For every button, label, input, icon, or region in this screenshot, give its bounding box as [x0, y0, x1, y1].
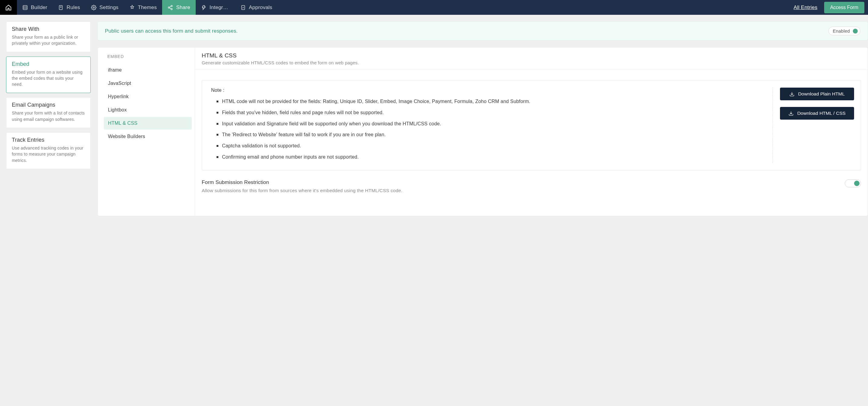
restriction-toggle[interactable]	[845, 179, 861, 187]
access-status-text: Public users can access this form and su…	[105, 28, 238, 34]
svg-line-10	[170, 6, 171, 7]
tab-approvals[interactable]: Approvals	[235, 0, 278, 15]
tab-label: Themes	[138, 4, 157, 10]
note-item: HTML code will not be provided for the f…	[222, 96, 766, 107]
download-html-css-button[interactable]: Download HTML / CSS	[780, 107, 854, 120]
embed-content-card: EMBED iframe JavaScript Hyperlink Lightb…	[97, 47, 868, 216]
restriction-text: Form Submission Restriction Allow submis…	[202, 179, 833, 193]
tab-label: Rules	[66, 4, 80, 10]
status-dot-icon	[853, 29, 858, 34]
access-status-label: Enabled	[833, 28, 850, 34]
access-form-button[interactable]: Access Form	[824, 2, 864, 13]
download-label: Download HTML / CSS	[797, 110, 846, 116]
detail-header: HTML & CSS Generate customizable HTML/CS…	[195, 47, 868, 70]
note-item: Captcha validation is not supported.	[222, 140, 766, 151]
sidebar-card-email-campaigns[interactable]: Email Campaigns Share your form with a l…	[6, 97, 91, 128]
note-box: Note : HTML code will not be provided fo…	[202, 80, 861, 170]
sidebar-card-desc: Use advanced tracking codes in your form…	[12, 145, 85, 163]
sidebar-card-desc: Share your form with a list of contacts …	[12, 110, 85, 122]
sidebar-card-title: Email Campaigns	[12, 102, 85, 108]
subnav-item-html-css[interactable]: HTML & CSS	[104, 117, 192, 130]
subnav-item-website-builders[interactable]: Website Builders	[104, 130, 192, 143]
tab-share[interactable]: Share	[162, 0, 195, 15]
nav-right: All Entries Access Form	[790, 0, 868, 15]
rules-icon	[58, 5, 63, 10]
nav-tabs: Builder Rules Settings Themes Share Inte…	[17, 0, 790, 15]
svg-line-11	[170, 8, 171, 9]
tab-label: Builder	[31, 4, 47, 10]
access-status-bar: Public users can access this form and su…	[97, 22, 868, 40]
embed-subnav: EMBED iframe JavaScript Hyperlink Lightb…	[98, 47, 195, 216]
tab-label: Settings	[99, 4, 119, 10]
svg-rect-0	[23, 5, 27, 10]
download-label: Download Plain HTML	[798, 91, 845, 97]
tab-themes[interactable]: Themes	[124, 0, 162, 15]
download-actions: Download Plain HTML Download HTML / CSS	[772, 88, 854, 163]
svg-point-6	[93, 7, 95, 8]
embed-detail: HTML & CSS Generate customizable HTML/CS…	[195, 47, 868, 216]
detail-title: HTML & CSS	[202, 52, 861, 59]
sidebar-card-desc: Embed your form on a website using the e…	[12, 69, 85, 88]
note-item: Confirming email and phone number inputs…	[222, 151, 766, 163]
page-body: Share With Share your form as a public l…	[0, 15, 868, 216]
restriction-title: Form Submission Restriction	[202, 179, 833, 185]
approvals-icon	[241, 5, 246, 10]
access-status-pill[interactable]: Enabled	[828, 27, 861, 35]
subnav-item-iframe[interactable]: iframe	[104, 64, 192, 76]
embed-subnav-header: EMBED	[107, 54, 192, 59]
sidebar-card-title: Track Entries	[12, 137, 85, 143]
home-button[interactable]	[0, 0, 17, 15]
sidebar-card-share-with[interactable]: Share With Share your form as a public l…	[6, 22, 91, 52]
all-entries-link[interactable]: All Entries	[794, 4, 817, 10]
note-label: Note :	[211, 88, 766, 93]
detail-subtitle: Generate customizable HTML/CSS codes to …	[202, 60, 861, 65]
subnav-item-hyperlink[interactable]: Hyperlink	[104, 90, 192, 103]
svg-point-7	[171, 5, 173, 7]
share-sidebar: Share With Share your form as a public l…	[6, 22, 91, 169]
svg-point-9	[171, 8, 173, 10]
download-plain-html-button[interactable]: Download Plain HTML	[780, 88, 854, 100]
download-icon	[788, 111, 794, 116]
form-submission-restriction: Form Submission Restriction Allow submis…	[202, 179, 861, 193]
settings-icon	[91, 5, 96, 10]
svg-point-8	[168, 7, 170, 8]
home-icon	[5, 4, 12, 11]
tab-builder[interactable]: Builder	[17, 0, 53, 15]
builder-icon	[22, 5, 28, 10]
subnav-item-lightbox[interactable]: Lightbox	[104, 104, 192, 116]
sidebar-card-desc: Share your form as a public link or priv…	[12, 34, 85, 46]
sidebar-card-title: Share With	[12, 26, 85, 32]
main-area: Public users can access this form and su…	[97, 22, 868, 216]
tab-integrations[interactable]: Integrati...	[196, 0, 235, 15]
tab-label: Integrati...	[210, 4, 229, 10]
subnav-item-javascript[interactable]: JavaScript	[104, 77, 192, 90]
tab-label: Approvals	[249, 4, 272, 10]
note-item: Input validation and Signature field wil…	[222, 119, 766, 130]
top-nav: Builder Rules Settings Themes Share Inte…	[0, 0, 868, 15]
toggle-knob-icon	[854, 181, 860, 186]
detail-body: Note : HTML code will not be provided fo…	[195, 70, 868, 200]
note-content: Note : HTML code will not be provided fo…	[211, 88, 766, 163]
tab-settings[interactable]: Settings	[86, 0, 124, 15]
sidebar-card-track-entries[interactable]: Track Entries Use advanced tracking code…	[6, 132, 91, 169]
tab-label: Share	[176, 4, 190, 10]
note-item: Fields that you've hidden, field rules a…	[222, 107, 766, 119]
sidebar-card-embed[interactable]: Embed Embed your form on a website using…	[6, 57, 91, 93]
note-list: HTML code will not be provided for the f…	[211, 96, 766, 163]
note-item: The 'Redirect to Website' feature will f…	[222, 129, 766, 140]
themes-icon	[129, 5, 135, 10]
sidebar-card-title: Embed	[12, 61, 85, 67]
tab-rules[interactable]: Rules	[53, 0, 85, 15]
download-icon	[789, 92, 795, 97]
integrations-icon	[201, 5, 207, 10]
share-icon	[167, 5, 173, 10]
restriction-desc: Allow submissions for this form from sou…	[202, 188, 833, 193]
